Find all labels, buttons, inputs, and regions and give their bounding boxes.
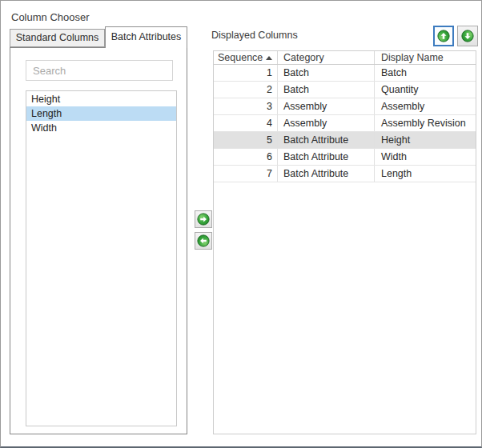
table-cell[interactable]: Assembly	[278, 115, 375, 131]
table-cell[interactable]: 4	[214, 115, 278, 131]
batch-attributes-panel: HeightLengthWidth	[10, 47, 187, 434]
table-row[interactable]: 4AssemblyAssembly Revision	[214, 115, 476, 132]
table-cell[interactable]: Batch	[278, 65, 375, 81]
move-up-button[interactable]	[433, 26, 454, 46]
table-cell[interactable]: 7	[214, 166, 278, 182]
remove-column-button[interactable]	[195, 232, 212, 250]
table-cell[interactable]: Batch Attribute	[278, 132, 375, 148]
table-row[interactable]: 2BatchQuantity	[214, 82, 476, 98]
arrow-left-icon	[197, 234, 210, 247]
page-title: Column Chooser	[11, 11, 90, 23]
table-row[interactable]: 7Batch AttributeLength	[214, 166, 476, 182]
add-column-button[interactable]	[195, 210, 212, 228]
sort-ascending-icon	[266, 56, 272, 60]
tab-standard-columns[interactable]: Standard Columns	[10, 29, 105, 47]
table-body: 1BatchBatch2BatchQuantity3AssemblyAssemb…	[214, 65, 476, 182]
column-header-category[interactable]: Category	[278, 51, 375, 64]
table-cell[interactable]: Batch Attribute	[278, 166, 375, 182]
table-cell[interactable]: Batch Attribute	[278, 149, 375, 165]
table-cell[interactable]: Quantity	[375, 82, 476, 98]
list-item[interactable]: Height	[26, 92, 176, 106]
table-cell[interactable]: Assembly Revision	[375, 115, 476, 131]
column-header-label: Category	[283, 52, 324, 63]
table-cell[interactable]: Assembly	[375, 98, 476, 114]
column-header-display-name[interactable]: Display Name	[375, 51, 476, 64]
table-cell[interactable]: Length	[375, 166, 476, 182]
arrow-right-icon	[197, 213, 210, 226]
attribute-list[interactable]: HeightLengthWidth	[26, 90, 177, 426]
table-cell[interactable]: 6	[214, 149, 278, 165]
table-cell[interactable]: 5	[214, 132, 278, 148]
table-cell[interactable]: 1	[214, 65, 278, 81]
table-cell[interactable]: Height	[375, 132, 476, 148]
column-header-sequence[interactable]: Sequence	[214, 51, 278, 64]
tab-batch-attributes[interactable]: Batch Attributes	[105, 26, 187, 48]
table-header-row: Sequence Category Display Name	[214, 51, 476, 65]
list-item[interactable]: Width	[26, 121, 176, 135]
table-cell[interactable]: 2	[214, 82, 278, 98]
table-cell[interactable]: Width	[375, 149, 476, 165]
list-item[interactable]: Length	[26, 106, 176, 121]
column-chooser-window: Column Chooser Standard Columns Batch At…	[0, 0, 482, 448]
table-row[interactable]: 1BatchBatch	[214, 65, 476, 82]
column-header-label: Sequence	[218, 52, 263, 63]
move-down-button[interactable]	[457, 26, 478, 46]
displayed-columns-label: Displayed Columns	[211, 30, 298, 41]
arrow-down-icon	[461, 30, 474, 42]
table-row[interactable]: 6Batch AttributeWidth	[214, 149, 476, 166]
table-cell[interactable]: Batch	[375, 65, 476, 81]
search-input[interactable]	[26, 60, 173, 81]
table-cell[interactable]: Batch	[278, 82, 375, 98]
table-row[interactable]: 3AssemblyAssembly	[214, 98, 476, 115]
table-row[interactable]: 5Batch AttributeHeight	[214, 132, 476, 149]
arrow-up-icon	[437, 30, 450, 42]
table-cell[interactable]: 3	[214, 98, 278, 114]
column-header-label: Display Name	[381, 52, 444, 63]
table-cell[interactable]: Assembly	[278, 98, 375, 114]
displayed-columns-table: Sequence Category Display Name 1BatchBat…	[213, 50, 476, 434]
